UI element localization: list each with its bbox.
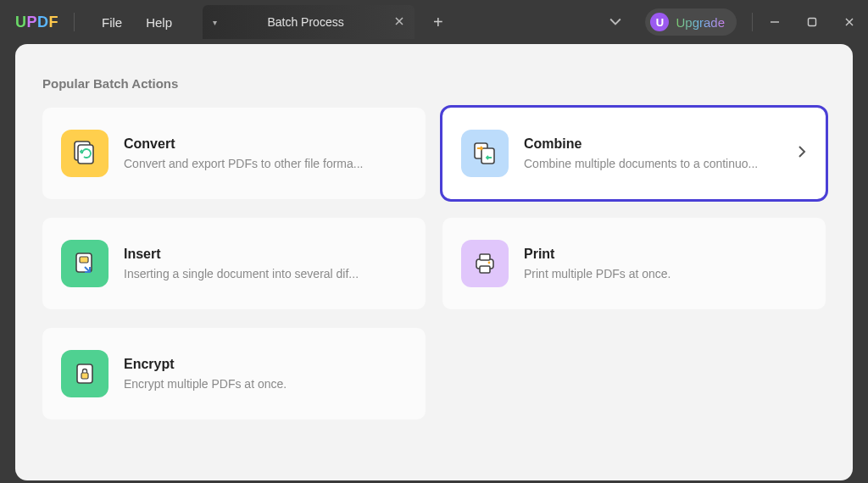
divider [752,13,753,31]
action-card-print[interactable]: Print Print multiple PDFs at once. [442,218,826,309]
action-card-encrypt[interactable]: Encrypt Encrypt multiple PDFs at once. [42,328,426,419]
upgrade-badge-icon: U [650,13,669,31]
tab-batch-process[interactable]: ▾ Batch Process [203,5,415,39]
action-desc: Combine multiple documents to a continuo… [524,157,782,170]
logo-letter: P [27,14,38,31]
chevron-right-icon [797,144,807,163]
tab-close-icon[interactable] [394,15,404,29]
new-tab-button[interactable]: + [433,13,443,32]
action-card-convert[interactable]: Convert Convert and export PDFs to other… [42,108,426,199]
title-bar: U P D F File Help ▾ Batch Process + U Up… [0,0,868,44]
action-title: Combine [524,136,782,152]
tab-dropdown-icon[interactable]: ▾ [213,18,217,27]
svg-rect-0 [809,19,816,26]
action-desc: Encrypt multiple PDFs at once. [124,377,407,391]
svg-point-10 [488,262,491,264]
upgrade-label: Upgrade [676,15,725,30]
action-desc: Print multiple PDFs at once. [524,267,807,280]
combine-icon [461,130,509,177]
insert-icon [61,240,108,287]
app-logo: U P D F [15,14,58,31]
convert-icon [61,130,108,177]
encrypt-icon [61,350,108,397]
action-desc: Inserting a single document into several… [124,267,407,280]
window-minimize-button[interactable] [756,7,793,37]
logo-letter: D [37,14,49,31]
divider [74,13,75,31]
print-icon [461,240,509,287]
more-dropdown-icon[interactable] [609,15,621,29]
main-content: Popular Batch Actions Convert Convert an… [15,44,853,480]
action-title: Print [524,247,807,262]
action-card-insert[interactable]: Insert Inserting a single document into … [42,218,426,309]
menu-help[interactable]: Help [134,10,184,35]
svg-rect-9 [480,266,490,273]
logo-letter: U [15,14,27,31]
upgrade-button[interactable]: U Upgrade [645,8,737,36]
action-title: Insert [124,247,407,262]
section-title: Popular Batch Actions [42,76,826,91]
tab-title: Batch Process [224,15,387,29]
svg-rect-6 [80,257,88,263]
window-close-button[interactable] [831,7,868,37]
action-title: Encrypt [124,357,407,372]
action-card-combine[interactable]: Combine Combine multiple documents to a … [442,108,826,199]
menu-file[interactable]: File [90,10,134,35]
logo-letter: F [49,14,59,31]
action-desc: Convert and export PDFs to other file fo… [124,157,407,170]
svg-rect-12 [81,373,88,379]
svg-rect-8 [480,254,490,260]
action-title: Convert [124,136,407,152]
window-maximize-button[interactable] [793,7,831,37]
action-grid: Convert Convert and export PDFs to other… [42,108,826,419]
